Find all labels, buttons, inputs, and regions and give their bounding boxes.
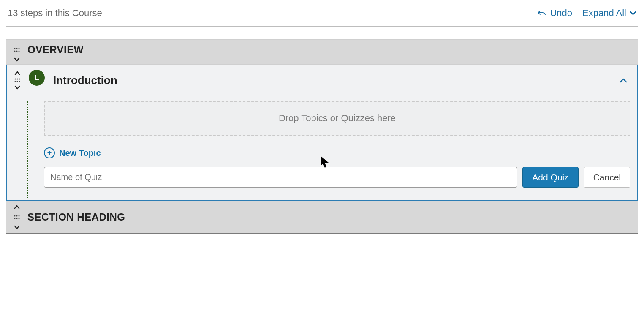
svg-point-11 (19, 81, 20, 82)
expand-all-label: Expand All (582, 8, 626, 19)
introduction-panel: L Introduction Drop Topics or Quizzes he… (6, 65, 638, 201)
undo-button[interactable]: Undo (537, 8, 572, 19)
svg-point-17 (19, 218, 20, 219)
svg-point-7 (17, 79, 18, 80)
drag-handle-icon[interactable] (12, 47, 22, 53)
undo-icon (537, 10, 546, 16)
svg-point-5 (19, 51, 20, 52)
section-heading-block[interactable]: SECTION HEADING (6, 201, 638, 234)
chevron-down-icon (630, 11, 636, 16)
drag-handle-icon[interactable] (13, 77, 22, 83)
svg-point-0 (14, 48, 16, 49)
section-heading-title: SECTION HEADING (27, 211, 125, 223)
move-up-icon[interactable] (14, 70, 20, 76)
new-topic-button[interactable]: + New Topic (44, 147, 630, 158)
dropzone[interactable]: Drop Topics or Quizzes here (44, 101, 630, 136)
undo-label: Undo (550, 8, 572, 19)
topbar: 13 steps in this Course Undo Expand All (6, 4, 638, 27)
introduction-title: Introduction (53, 74, 117, 87)
svg-point-6 (15, 79, 16, 80)
svg-point-8 (19, 79, 20, 80)
lesson-badge: L (29, 70, 45, 86)
introduction-body: Drop Topics or Quizzes here + New Topic … (28, 101, 630, 188)
svg-point-3 (14, 51, 16, 52)
quiz-name-input[interactable] (44, 167, 517, 188)
overview-title: OVERVIEW (27, 44, 84, 56)
cancel-button[interactable]: Cancel (584, 167, 630, 188)
move-down-icon[interactable] (14, 84, 20, 91)
drag-handle-icon[interactable] (12, 214, 22, 220)
plus-circle-icon: + (44, 147, 55, 158)
add-quiz-button[interactable]: Add Quiz (522, 167, 578, 188)
svg-point-1 (16, 48, 18, 49)
svg-point-15 (14, 218, 16, 219)
svg-point-4 (16, 51, 18, 52)
overview-section-header[interactable]: OVERVIEW (6, 39, 638, 65)
svg-point-13 (16, 215, 18, 217)
new-topic-label: New Topic (59, 148, 101, 158)
svg-point-10 (17, 81, 18, 82)
course-steps-label: 13 steps in this Course (8, 8, 102, 19)
reorder-controls (11, 70, 24, 91)
svg-point-2 (19, 48, 20, 49)
move-down-icon[interactable] (12, 224, 22, 231)
move-down-icon[interactable] (12, 57, 22, 62)
top-actions: Undo Expand All (537, 8, 636, 19)
svg-point-9 (15, 81, 16, 82)
svg-point-12 (14, 215, 16, 217)
svg-point-14 (19, 215, 20, 217)
tree-line (27, 101, 28, 198)
expand-all-button[interactable]: Expand All (582, 8, 636, 19)
move-up-icon[interactable] (12, 204, 22, 210)
svg-point-16 (16, 218, 18, 219)
introduction-header: L Introduction (11, 70, 630, 91)
collapse-icon[interactable] (620, 76, 630, 85)
add-quiz-row: Add Quiz Cancel (44, 167, 630, 188)
